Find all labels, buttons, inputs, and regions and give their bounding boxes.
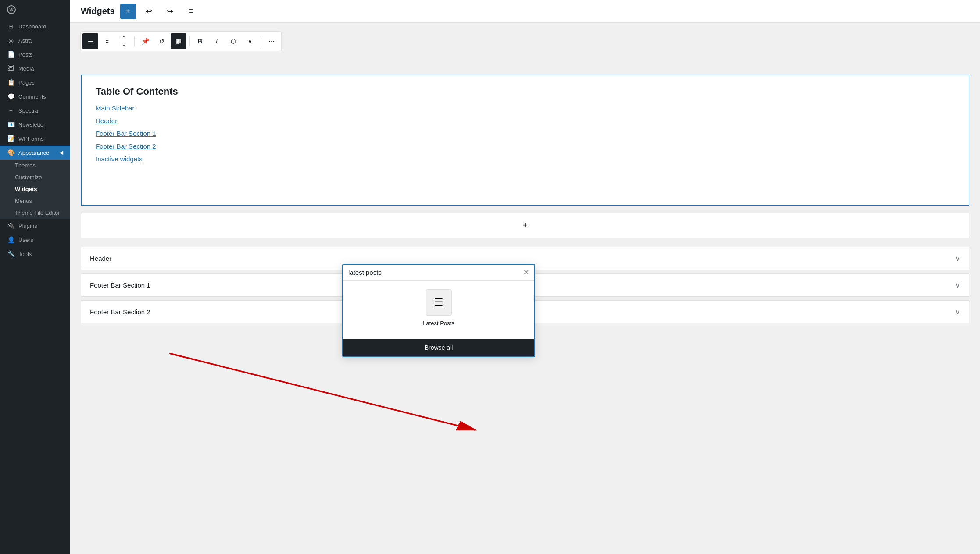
sidebar: W ⊞ Dashboard ◎ Astra 📄 Posts 🖼 Media 📋 … [0,0,70,554]
redo-button[interactable]: ↪ [162,4,178,19]
toolbar-divider-2 [189,36,190,46]
sidebar-item-label: Users [18,237,33,243]
toc-link-footer-bar-1[interactable]: Footer Bar Section 1 [96,130,955,137]
toolbar-chevron-button[interactable]: ∨ [242,33,258,49]
newsletter-icon: 📧 [7,121,15,128]
tools-icon: 🔧 [7,250,15,257]
sidebar-item-users[interactable]: 👤 Users [0,233,70,247]
toolbar-table-button[interactable]: ▦ [171,33,186,49]
appearance-submenu: Themes Customize Widgets Menus Theme Fil… [0,160,70,219]
sidebar-item-tools[interactable]: 🔧 Tools [0,247,70,261]
sidebar-item-label: Pages [18,79,35,86]
sidebar-item-label: Astra [18,37,32,44]
toc-link-main-sidebar[interactable]: Main Sidebar [96,104,955,112]
toc-link-footer-bar-2[interactable]: Footer Bar Section 2 [96,142,955,150]
posts-icon: 📄 [7,51,15,58]
comments-icon: 💬 [7,93,15,100]
sidebar-item-dashboard[interactable]: ⊞ Dashboard [0,19,70,33]
sidebar-item-label: Comments [18,93,46,100]
svg-line-1 [169,353,476,430]
toolbar-italic-button[interactable]: I [209,33,225,49]
chevron-down-icon: ∨ [955,254,960,263]
pages-icon: 📋 [7,79,15,86]
toc-link-header[interactable]: Header [96,117,955,124]
sidebar-item-wpforms[interactable]: 📝 WPForms [0,131,70,146]
toolbar-refresh-button[interactable]: ↺ [154,33,170,49]
latest-posts-icon[interactable]: ☰ [426,289,452,316]
section-footer-bar-2-label: Footer Bar Section 2 [90,308,150,316]
latest-posts-label: Latest Posts [423,320,454,327]
sidebar-item-appearance[interactable]: 🎨 Appearance ◀ [0,146,70,160]
add-block-area-button[interactable]: + [81,213,969,238]
toolbar-bold-button[interactable]: B [192,33,208,49]
section-header-label: Header [90,255,111,262]
sidebar-item-label: Dashboard [18,23,46,30]
toolbar-drag-button[interactable]: ⠿ [99,33,115,49]
sidebar-item-customize[interactable]: Customize [0,171,70,183]
toolbar-divider-1 [134,36,135,46]
main-area: Widgets + ↩ ↪ ≡ ☰ ⠿ ⌃⌄ 📌 ↺ ▦ B I ⬡ ∨ [70,0,980,554]
search-input[interactable] [348,269,523,276]
sidebar-item-label: Posts [18,51,33,58]
sidebar-item-label: WPForms [18,135,44,142]
sidebar-item-plugins[interactable]: 🔌 Plugins [0,219,70,233]
block-content: Table Of Contents Main Sidebar Header Fo… [81,75,969,206]
sidebar-item-widgets[interactable]: Widgets [0,183,70,195]
result-icon-symbol: ☰ [434,296,444,309]
search-popup: ✕ ☰ Latest Posts Browse all [342,264,535,357]
spectra-icon: ✦ [7,107,15,114]
section-footer-bar-1-label: Footer Bar Section 1 [90,281,150,289]
sidebar-item-spectra[interactable]: ✦ Spectra [0,103,70,117]
chevron-right-icon: ◀ [59,149,63,156]
sidebar-item-comments[interactable]: 💬 Comments [0,89,70,103]
media-icon: 🖼 [7,65,15,72]
customize-label: Customize [15,174,42,181]
toolbar-more-button[interactable]: ⋯ [264,33,279,49]
toc-title: Table Of Contents [96,86,955,97]
toolbar-arrows-button[interactable]: ⌃⌄ [116,33,132,49]
sidebar-item-media[interactable]: 🖼 Media [0,61,70,75]
search-result-area: ☰ Latest Posts [343,281,534,335]
list-view-button[interactable]: ≡ [183,4,199,19]
sidebar-item-label: Tools [18,251,32,257]
users-icon: 👤 [7,236,15,243]
sidebar-item-label: Media [18,65,34,72]
astra-icon: ◎ [7,37,15,44]
page-title: Widgets [81,6,115,16]
sidebar-item-posts[interactable]: 📄 Posts [0,47,70,61]
sidebar-item-themes[interactable]: Themes [0,160,70,171]
topbar: Widgets + ↩ ↪ ≡ [70,0,980,23]
sidebar-item-menus[interactable]: Menus [0,195,70,207]
search-input-row: ✕ [343,265,534,281]
toolbar-pin-button[interactable]: 📌 [137,33,153,49]
sidebar-item-pages[interactable]: 📋 Pages [0,75,70,89]
add-block-button[interactable]: + [120,4,136,19]
undo-button[interactable]: ↩ [141,4,157,19]
wp-logo: W [7,5,16,14]
appearance-icon: 🎨 [7,149,15,156]
plugins-icon: 🔌 [7,222,15,229]
themes-label: Themes [15,162,36,169]
wpforms-icon: 📝 [7,135,15,142]
chevron-down-icon-3: ∨ [955,308,960,316]
toolbar-list-button[interactable]: ☰ [82,33,98,49]
block-toolbar: ☰ ⠿ ⌃⌄ 📌 ↺ ▦ B I ⬡ ∨ ⋯ [80,31,282,51]
sidebar-item-label: Plugins [18,223,37,229]
search-clear-button[interactable]: ✕ [523,268,529,277]
toc-link-inactive[interactable]: Inactive widgets [96,155,955,163]
chevron-down-icon-2: ∨ [955,281,960,289]
wp-logo-area: W [0,0,70,19]
sidebar-item-astra[interactable]: ◎ Astra [0,33,70,47]
browse-all-button[interactable]: Browse all [343,339,534,356]
sidebar-item-theme-file-editor[interactable]: Theme File Editor [0,207,70,219]
sidebar-item-label: Newsletter [18,121,45,128]
menus-label: Menus [15,198,32,204]
sidebar-item-newsletter[interactable]: 📧 Newsletter [0,117,70,131]
content-area: ☰ ⠿ ⌃⌄ 📌 ↺ ▦ B I ⬡ ∨ ⋯ Table Of Contents… [70,23,980,554]
sidebar-item-label: Spectra [18,107,38,114]
add-icon: + [522,220,528,231]
toolbar-link-button[interactable]: ⬡ [225,33,241,49]
toolbar-divider-3 [261,36,261,46]
block-editor-wrapper: ☰ ⠿ ⌃⌄ 📌 ↺ ▦ B I ⬡ ∨ ⋯ Table Of Contents… [81,32,969,206]
sidebar-item-label: Appearance [18,149,49,156]
